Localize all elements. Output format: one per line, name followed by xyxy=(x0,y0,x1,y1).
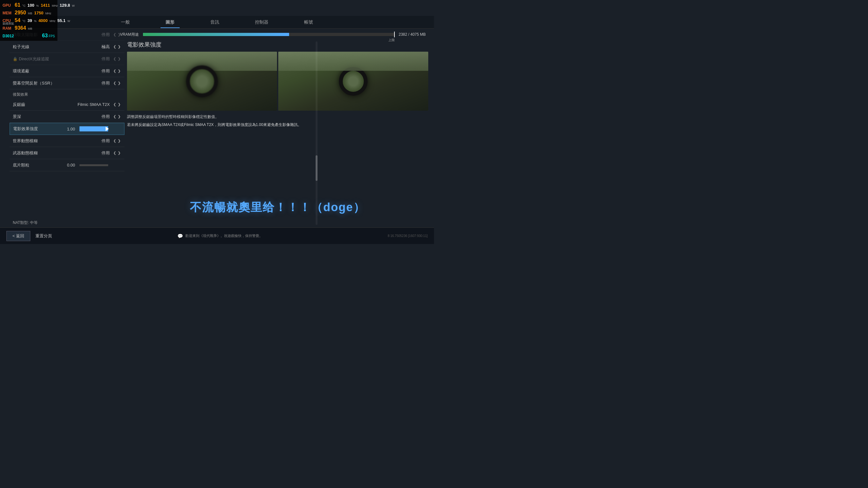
ssr-next[interactable]: ❯ xyxy=(117,81,121,85)
weapon-blur-prev[interactable]: ❮ xyxy=(112,151,117,155)
setting-row-aa[interactable]: 反鋸齒 Filmic SMAA T2X ❮ ❯ xyxy=(9,99,124,111)
cpu-clock: 4000 xyxy=(38,18,48,24)
setting-row-film-strength[interactable]: 電影效果強度 1.00 xyxy=(9,123,124,135)
ssr-value: 停用 xyxy=(101,80,110,86)
film-strength-label: 電影效果強度 xyxy=(13,126,67,132)
particle-prev[interactable]: ❮ xyxy=(112,45,117,49)
ram-val: 9364 xyxy=(15,24,26,32)
aa-value: Filmic SMAA T2X xyxy=(78,102,110,107)
nat-label: NAT類型: 中等 xyxy=(13,220,38,226)
setting-row-ssr[interactable]: 螢幕空間反射（SSR） 停用 ❮ ❯ xyxy=(9,77,124,89)
cpu-temp-unit: °C xyxy=(22,19,26,24)
scope-ring-left xyxy=(186,65,218,97)
world-blur-label: 世界動態模糊 xyxy=(13,138,101,144)
gpu-clock-unit: MHz xyxy=(52,4,58,8)
dof-next[interactable]: ❯ xyxy=(117,115,121,119)
vram-fill xyxy=(143,33,289,36)
post-effects-header: 後製效果 xyxy=(9,89,124,99)
tab-graphics[interactable]: 圖形 xyxy=(160,17,180,28)
scope-right-bg xyxy=(278,52,428,111)
film-strength-slider[interactable]: 1.00 xyxy=(67,126,121,131)
cpu-usage: 39 xyxy=(27,18,32,24)
world-blur-next[interactable]: ❯ xyxy=(117,139,121,143)
scrollbar-thumb[interactable] xyxy=(316,155,317,181)
setting-row-dof[interactable]: 景深 停用 ❮ ❯ xyxy=(9,111,124,123)
setting-row-grain[interactable]: 底片顆粒 0.00 xyxy=(9,159,124,171)
bottom-left: < 返回 重置分頁 xyxy=(6,231,52,241)
slider-thumb[interactable] xyxy=(105,127,109,131)
rocky-bg-right xyxy=(278,52,428,71)
lock-icon: 🔒 xyxy=(13,57,18,61)
bottom-chat: 💬 歡迎來到《現代戰爭》。祝遊戲愉快，保持警覺。 xyxy=(178,233,262,238)
desc-highlight: 調整 xyxy=(127,115,135,119)
grain-slider-track[interactable] xyxy=(80,164,108,166)
directx-label: DirectX光線追蹤 xyxy=(19,56,101,62)
world-blur-prev[interactable]: ❮ xyxy=(112,139,117,143)
slider-track[interactable] xyxy=(80,126,108,131)
vram-limit-marker xyxy=(394,32,395,37)
sun-shadow-prev[interactable]: ❮ xyxy=(112,33,117,37)
settings-panel: 快取太陽陰影 停用 ❮ ❯ 粒子光線 極高 ❮ ❯ 🔒 DirectX光線追蹤 … xyxy=(9,29,124,225)
dof-prev[interactable]: ❮ xyxy=(112,115,117,119)
fps-val: 63 xyxy=(42,32,48,39)
reset-button[interactable]: 重置分頁 xyxy=(35,233,52,239)
comparison-images xyxy=(127,52,428,111)
directx-next: ❯ xyxy=(117,57,121,61)
setting-row-weapon-blur[interactable]: 武器動態模糊 停用 ❮ ❯ xyxy=(9,147,124,159)
vram-section: VRAM用途 上限 2382 / 4075 MB xyxy=(115,29,431,40)
chat-icon: 💬 xyxy=(178,233,183,238)
grain-value: 0.00 xyxy=(67,163,75,167)
gpu-usage: 100 xyxy=(27,2,34,9)
d3-label: D3012 xyxy=(3,33,14,39)
cpu-temp: 54 xyxy=(15,17,21,24)
gpu-temp-unit: °C xyxy=(22,4,26,8)
mem-clock: 1750 xyxy=(34,10,43,16)
tab-account[interactable]: 帳號 xyxy=(299,17,318,28)
film-strength-value: 1.00 xyxy=(67,127,75,131)
weapon-blur-label: 武器動態模糊 xyxy=(13,150,101,156)
gpu-label: GPU xyxy=(3,3,13,8)
ssr-prev[interactable]: ❮ xyxy=(112,81,117,85)
desc-text-2: 若未將反鋸齒設定為SMAA T2X或Filmic SMAA T2X，則將電影效果… xyxy=(127,122,428,128)
setting-row-directx: 🔒 DirectX光線追蹤 停用 ❮ ❯ xyxy=(9,53,124,65)
sun-shadow-value: 停用 xyxy=(101,32,110,38)
bottom-bar: < 返回 重置分頁 💬 歡迎來到《現代戰爭》。祝遊戲愉快，保持警覺。 8 16.… xyxy=(0,227,434,244)
effect-title: 電影效果強度 xyxy=(124,41,431,48)
ao-value: 停用 xyxy=(101,68,110,74)
mouse-label: 鼠標滑鼠 xyxy=(3,22,14,26)
tab-controller[interactable]: 控制器 xyxy=(250,17,274,28)
weapon-blur-next[interactable]: ❯ xyxy=(117,151,121,155)
aa-next[interactable]: ❯ xyxy=(117,102,121,106)
cpu-clock-unit: MHz xyxy=(50,19,56,24)
vram-bar: 上限 xyxy=(143,33,395,36)
cpu-power-unit: W xyxy=(67,19,70,24)
bottom-coords: 8 16.7505236 [1607:930:11] xyxy=(388,234,428,238)
chat-text: 歡迎來到《現代戰爭》。祝遊戲愉快，保持警覺。 xyxy=(185,233,262,238)
desc-text-inline: 調整反鋸齒場景時的暫時模糊與影像穩定性數值。 xyxy=(135,115,219,119)
directx-prev: ❮ xyxy=(112,57,117,61)
watermark-text: 不流暢就奧里给！！！（doge） xyxy=(124,200,431,215)
dof-label: 景深 xyxy=(13,114,101,120)
setting-row-particle[interactable]: 粒子光線 極高 ❮ ❯ xyxy=(9,41,124,53)
grain-slider[interactable]: 0.00 xyxy=(67,163,121,167)
setting-row-world-blur[interactable]: 世界動態模糊 停用 ❮ ❯ xyxy=(9,135,124,147)
mem-clock-unit: MHz xyxy=(45,11,51,16)
cpu-power: 55.1 xyxy=(57,18,65,24)
ram-label: RAM xyxy=(3,26,13,31)
comparison-left xyxy=(127,52,277,111)
right-panel: 電影效果強度 調整調整反鋸齒場景時的暫時模糊與影像穩定性數值。 若未將反鋸齒設定… xyxy=(124,41,431,225)
gpu-usage-unit: % xyxy=(36,4,39,8)
comparison-right xyxy=(278,52,428,111)
setting-row-ao[interactable]: 環境遮蔽 停用 ❮ ❯ xyxy=(9,65,124,77)
ao-prev[interactable]: ❮ xyxy=(112,69,117,73)
sun-shadow-next[interactable]: ❯ xyxy=(117,33,121,37)
cpu-usage-unit: % xyxy=(34,19,36,24)
tab-general[interactable]: 一般 xyxy=(116,17,135,28)
tab-audio[interactable]: 音訊 xyxy=(205,17,224,28)
aa-prev[interactable]: ❮ xyxy=(112,102,117,106)
particle-next[interactable]: ❯ xyxy=(117,45,121,49)
directx-value: 停用 xyxy=(101,56,110,62)
back-button[interactable]: < 返回 xyxy=(6,231,30,241)
scope-ring-right xyxy=(339,67,368,96)
ao-next[interactable]: ❯ xyxy=(117,69,121,73)
